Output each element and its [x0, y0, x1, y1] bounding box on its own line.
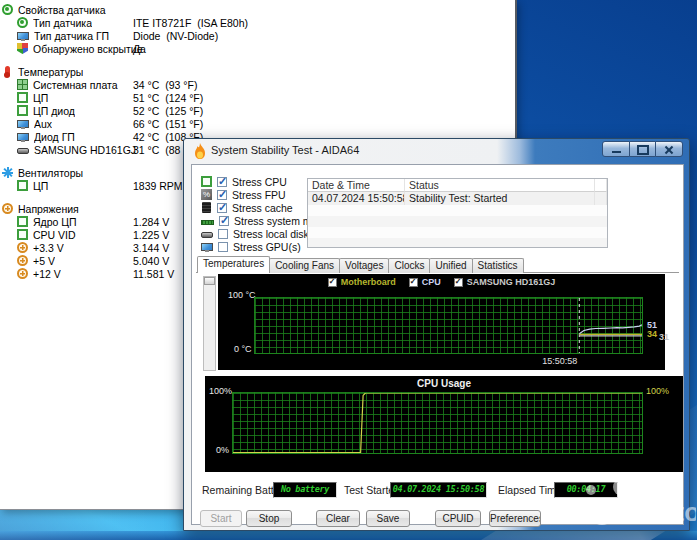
temperature-legend: MotherboardCPUSAMSUNG HD161GJ: [218, 277, 665, 287]
sensor-row[interactable]: Обнаружено вскрытие кор...Да: [0, 42, 515, 55]
sensor-value: 51 °C (124 °F): [133, 92, 203, 104]
maximize-button[interactable]: [630, 141, 655, 157]
checkbox[interactable]: [218, 229, 228, 239]
log-datetime: 04.07.2024 15:50:58: [308, 192, 405, 205]
legend-checkbox[interactable]: [328, 278, 337, 287]
y-axis-min-label: 0%: [216, 445, 229, 455]
shield-icon: [17, 43, 28, 54]
log-table[interactable]: Date & TimeStatus 04.07.2024 15:50:58Sta…: [307, 178, 608, 248]
cpuid-button[interactable]: CPUID: [435, 510, 481, 527]
tab-cooling-fans[interactable]: Cooling Fans: [269, 258, 340, 273]
legend-checkbox[interactable]: [409, 278, 418, 287]
window-content: Stress CPUStress FPUStress cacheStress s…: [191, 164, 684, 525]
log-column-header[interactable]: Status: [405, 179, 595, 192]
legend-label: CPU: [422, 277, 441, 287]
sensor-label: +3.3 V: [33, 242, 64, 254]
cpu-icon: [17, 105, 28, 116]
title-bar[interactable]: System Stability Test - AIDA64: [184, 139, 689, 163]
log-status: Stability Test: Started: [405, 192, 595, 205]
legend-checkbox[interactable]: [454, 278, 463, 287]
minimize-button[interactable]: [602, 141, 630, 157]
clear-button[interactable]: Clear: [316, 510, 360, 527]
checkbox[interactable]: [219, 216, 229, 226]
gpu-monitor-icon: [17, 120, 29, 128]
elapsed-time-value: 00:04:17: [554, 482, 618, 498]
checkbox[interactable]: [217, 177, 227, 187]
checkbox[interactable]: [217, 203, 227, 213]
start-button[interactable]: Start: [200, 510, 242, 527]
y-axis-max-label: 100%: [209, 386, 232, 396]
legend-item: SAMSUNG HD161GJ: [454, 277, 556, 287]
log-empty-row: [308, 238, 607, 248]
sensor-label: Обнаружено вскрытие кор...: [33, 43, 145, 55]
log-column-header[interactable]: Date & Time: [308, 179, 405, 192]
legend-item: Motherboard: [328, 277, 396, 287]
log-empty-row: [308, 205, 607, 216]
stability-test-window: System Stability Test - AIDA64 Stress CP…: [183, 138, 690, 531]
save-button[interactable]: Save: [366, 510, 410, 527]
battery-value: No battery: [273, 482, 337, 498]
sensor-label: Тип датчика ГП: [34, 30, 109, 42]
cpu-icon: [17, 92, 28, 103]
sensor-value: 11.581 V: [133, 268, 174, 280]
voltage-icon: [17, 268, 28, 279]
temperature-graph-panel: MotherboardCPUSAMSUNG HD161GJ 100 °C 0 °…: [218, 274, 665, 370]
sensor-row[interactable]: ЦП51 °C (124 °F): [0, 91, 515, 104]
log-empty-row: [308, 227, 607, 238]
y-axis-min-label: 0 °C: [234, 344, 252, 354]
checkbox[interactable]: [218, 242, 228, 252]
graph-scrollbar[interactable]: [203, 276, 216, 371]
section-title: Напряжения: [18, 203, 79, 215]
log-column-header[interactable]: [595, 179, 607, 192]
sensor-label: Ядро ЦП: [33, 216, 77, 228]
checkbox[interactable]: [217, 190, 227, 200]
sensor-label: Диод ГП: [34, 131, 75, 143]
tab-temperatures[interactable]: Temperatures: [197, 256, 270, 273]
stress-option-label: Stress local disks: [233, 228, 314, 240]
graph-scrollbar-thumb[interactable]: [204, 277, 215, 285]
sensor-label: ЦП диод: [33, 105, 75, 117]
motherboard-icon: [17, 79, 28, 90]
cpu-usage-graph-panel: CPU Usage 100% 0% 100%: [205, 376, 683, 472]
gpu-monitor-icon: [17, 32, 29, 40]
stress-option-label: Stress FPU: [232, 189, 286, 201]
memory-icon: [201, 220, 214, 225]
temperature-lines: [255, 298, 642, 353]
sensor-value: Diode (NV-Diode): [133, 30, 218, 42]
fan-icon: [2, 167, 13, 178]
stress-option-label: Stress cache: [232, 202, 293, 214]
sensor-section-header[interactable]: Температуры: [0, 65, 515, 78]
close-button[interactable]: [655, 141, 683, 157]
tab-unified[interactable]: Unified: [429, 258, 472, 273]
section-gap: [0, 55, 515, 65]
section-title: Свойства датчика: [18, 4, 106, 16]
window-title: System Stability Test - AIDA64: [211, 144, 359, 156]
desktop-bottom-band: [0, 531, 697, 540]
cpu-icon: [17, 216, 28, 227]
log-empty-row: [308, 216, 607, 227]
log-status: [595, 192, 607, 205]
sensor-value: 52 °C (125 °F): [133, 105, 203, 117]
stop-button[interactable]: Stop: [246, 510, 292, 527]
sensor-value: 1.225 V: [133, 229, 169, 241]
sensor-row[interactable]: Системная плата34 °C (93 °F): [0, 78, 515, 91]
sensor-row[interactable]: Тип датчика ГПDiode (NV-Diode): [0, 29, 515, 42]
sensor-section-header[interactable]: Свойства датчика: [0, 3, 515, 16]
gpu-monitor-icon: [17, 133, 29, 141]
log-row[interactable]: 04.07.2024 15:50:58Stability Test: Start…: [308, 192, 607, 205]
voltage-icon: [17, 242, 28, 253]
tab-voltages[interactable]: Voltages: [339, 258, 389, 273]
tab-clocks[interactable]: Clocks: [388, 258, 430, 273]
disk-icon: [201, 232, 213, 238]
sensor-label: +12 V: [33, 268, 61, 280]
sensor-label: Тип датчика: [33, 17, 92, 29]
sensor-row[interactable]: Aux66 °C (151 °F): [0, 117, 515, 130]
preferences-button[interactable]: Preferences: [489, 510, 541, 527]
sensor-row[interactable]: ЦП диод52 °C (125 °F): [0, 104, 515, 117]
gpu-monitor-icon: [201, 243, 213, 251]
sensor-label: ЦП: [33, 180, 48, 192]
sensor-row[interactable]: Тип датчикаITE IT8721F (ISA E80h): [0, 16, 515, 29]
tab-statistics[interactable]: Statistics: [472, 258, 524, 273]
series-end-value: 34: [647, 329, 657, 339]
cache-icon: [202, 202, 211, 213]
